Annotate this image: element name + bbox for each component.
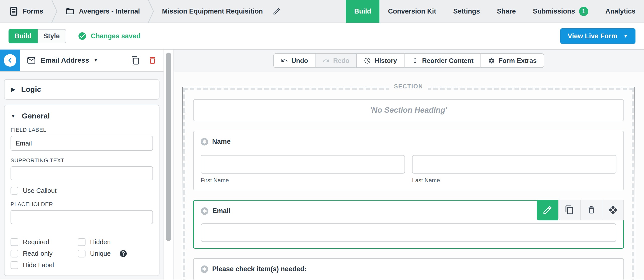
delete-field-button[interactable] — [580, 200, 602, 220]
tab-submissions[interactable]: Submissions 1 — [524, 0, 597, 23]
first-name-input[interactable] — [201, 155, 405, 174]
redo-button[interactable]: Redo — [315, 54, 356, 67]
supporting-text-input[interactable] — [11, 166, 153, 180]
option-unique: Unique — [78, 249, 153, 258]
use-callout-label: Use Callout — [23, 187, 56, 195]
expanded-triangle-icon: ▼ — [11, 113, 16, 119]
required-asterisk-icon: ✱ — [201, 265, 208, 273]
tab-settings[interactable]: Settings — [445, 0, 489, 23]
panel-scrollbar[interactable] — [164, 50, 174, 279]
placeholder-input[interactable] — [11, 210, 153, 224]
unique-checkbox[interactable] — [78, 250, 86, 257]
duplicate-field-icon[interactable] — [131, 56, 140, 65]
form-title: Mission Equipment Requisition — [162, 8, 280, 15]
delete-field-icon[interactable] — [148, 56, 157, 65]
email-field-icon — [27, 56, 36, 65]
subheader: Build Style Changes saved View Live Form… — [0, 23, 644, 50]
builder-toolbar: Undo Redo History — [273, 53, 544, 68]
collapse-panel-button[interactable] — [0, 50, 20, 71]
mode-style-button[interactable]: Style — [38, 29, 66, 43]
general-section: ▼ General FIELD LABEL SUPPORTING TEXT Us… — [4, 105, 159, 276]
breadcrumb-forms[interactable]: Forms — [10, 7, 43, 16]
placeholder-label: PLACEHOLDER — [11, 201, 153, 208]
name-sublabels: First Name Last Name — [201, 177, 616, 184]
pencil-icon — [543, 205, 552, 215]
option-hide-label: Hide Label — [11, 261, 78, 269]
breadcrumb-folder[interactable]: Avengers - Internal — [65, 7, 140, 16]
breadcrumb-label: Forms — [23, 8, 43, 15]
field-label-input[interactable] — [11, 136, 153, 151]
builder-toolbar-strip: Undo Redo History — [174, 50, 644, 72]
edit-title-icon[interactable] — [273, 8, 280, 15]
view-live-form-button[interactable]: View Live Form ▼ — [560, 28, 635, 44]
tab-build[interactable]: Build — [346, 0, 379, 23]
vertical-arrows-icon — [412, 57, 419, 64]
history-button[interactable]: History — [356, 54, 404, 67]
field-name[interactable]: ✱ Name First Name Last Name — [193, 131, 624, 190]
gear-icon — [488, 57, 495, 64]
chevron-down-icon: ▼ — [623, 33, 628, 39]
save-status-text: Changes saved — [91, 32, 140, 40]
required-asterisk-icon: ✱ — [201, 138, 208, 146]
tab-share[interactable]: Share — [489, 0, 524, 23]
field-action-group — [558, 200, 624, 220]
undo-button[interactable]: Undo — [274, 54, 315, 67]
section-heading-placeholder[interactable]: 'No Section Heading' — [193, 99, 624, 121]
tab-analytics[interactable]: Analytics — [597, 0, 644, 23]
field-action-bar — [537, 200, 624, 220]
content: Email Address ▼ ▶ Logic — [0, 50, 644, 279]
collapsed-triangle-icon: ▶ — [11, 86, 15, 92]
first-name-sublabel: First Name — [201, 177, 405, 184]
last-name-sublabel: Last Name — [412, 177, 616, 184]
option-hidden: Hidden — [78, 238, 153, 246]
required-asterisk-icon: ✱ — [201, 207, 208, 215]
hidden-checkbox[interactable] — [78, 238, 86, 246]
hide-label-checkbox[interactable] — [11, 261, 18, 269]
move-field-button[interactable] — [602, 200, 623, 220]
submissions-count-badge: 1 — [579, 7, 588, 16]
form-extras-button[interactable]: Form Extras — [480, 54, 544, 67]
scrollbar-thumb[interactable] — [166, 53, 171, 241]
use-callout-checkbox[interactable] — [11, 187, 18, 195]
breadcrumb-separator-icon — [147, 0, 154, 23]
field-label-text: Please check item(s) needed: — [212, 265, 307, 273]
logic-section-title: Logic — [21, 85, 41, 94]
field-label-text: Name — [212, 138, 231, 146]
reorder-content-button[interactable]: Reorder Content — [404, 54, 480, 67]
form-section[interactable]: SECTION 'No Section Heading' ✱ Name — [182, 87, 635, 279]
breadcrumb-label: Avengers - Internal — [79, 8, 140, 15]
form-canvas: Undo Redo History — [174, 50, 644, 279]
logic-section-toggle[interactable]: ▶ Logic — [4, 79, 159, 100]
required-checkbox[interactable] — [11, 238, 18, 246]
general-section-toggle[interactable]: ▼ General — [11, 112, 153, 120]
help-icon[interactable] — [119, 249, 127, 258]
email-input[interactable] — [201, 223, 616, 242]
save-status: Changes saved — [78, 32, 140, 41]
divider — [11, 232, 152, 232]
tab-conversion-kit[interactable]: Conversion Kit — [379, 0, 445, 23]
edit-field-button[interactable] — [537, 200, 558, 220]
canvas-scroll-area: SECTION 'No Section Heading' ✱ Name — [174, 72, 644, 279]
field-email[interactable]: ✱ Email — [193, 200, 624, 249]
duplicate-field-button[interactable] — [559, 200, 580, 220]
forms-icon — [10, 7, 18, 16]
field-checkbox-group[interactable]: ✱ Please check item(s) needed: Quinjet J… — [193, 258, 624, 279]
last-name-input[interactable] — [412, 155, 616, 174]
field-label-label: FIELD LABEL — [11, 127, 153, 133]
name-inputs — [201, 155, 616, 174]
field-type-dropdown-icon[interactable]: ▼ — [94, 58, 98, 63]
redo-icon — [323, 57, 330, 64]
history-clock-icon — [364, 57, 371, 64]
field-label-text: Email — [212, 207, 230, 215]
panel-header: Email Address ▼ — [0, 50, 164, 72]
folder-icon — [65, 7, 74, 16]
section-label: SECTION — [389, 83, 428, 90]
chevron-left-icon — [4, 54, 16, 67]
read-only-checkbox[interactable] — [11, 250, 18, 257]
panel-body: ▶ Logic ▼ General FIELD LABEL SUPPORTING… — [0, 72, 164, 276]
breadcrumb-separator-icon — [51, 0, 58, 23]
duplicate-icon — [565, 205, 574, 215]
mode-build-button[interactable]: Build — [9, 29, 38, 43]
form-builder-app: Forms Avengers - Internal Mission Equipm… — [0, 0, 644, 280]
option-required: Required — [11, 238, 78, 246]
